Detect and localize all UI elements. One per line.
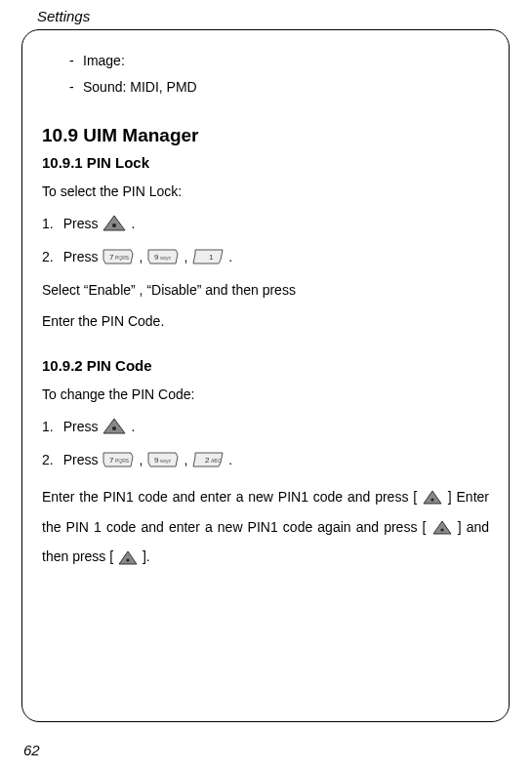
- svg-point-15: [126, 558, 129, 561]
- comma: ,: [139, 452, 143, 467]
- step-number: 1.: [42, 419, 54, 434]
- key-2-icon: 2 ABC: [191, 451, 225, 468]
- softkey-icon: [102, 416, 127, 437]
- para-text: ].: [143, 548, 150, 564]
- key-1-icon: 1: [191, 248, 225, 265]
- comma: ,: [184, 452, 187, 467]
- softkey-icon: [117, 549, 139, 567]
- step-1: 1. Press .: [42, 213, 489, 234]
- bullet-item: -Sound: MIDI, PMD: [69, 74, 489, 101]
- softkey-icon: [102, 213, 127, 234]
- step-number: 1.: [42, 216, 54, 231]
- section-heading: 10.9 UIM Manager: [42, 125, 489, 146]
- instruction-text: Select “Enable” , “Disable” and then pre…: [42, 279, 489, 301]
- svg-text:PQRS: PQRS: [115, 458, 130, 464]
- svg-text:ABC: ABC: [211, 458, 222, 464]
- content-frame: -Image: -Sound: MIDI, PMD 10.9 UIM Manag…: [21, 29, 510, 722]
- svg-text:2: 2: [205, 456, 210, 465]
- step-text: Press: [63, 452, 99, 467]
- svg-text:1: 1: [209, 253, 214, 262]
- page-header: Settings: [37, 8, 90, 24]
- key-7-icon: 7 PQRS: [102, 451, 135, 468]
- period: .: [228, 452, 232, 467]
- comma: ,: [139, 249, 143, 264]
- key-7-icon: 7 PQRS: [102, 248, 135, 265]
- bullet-list: -Image: -Sound: MIDI, PMD: [69, 48, 489, 100]
- svg-point-13: [430, 498, 433, 501]
- svg-text:wxyz: wxyz: [160, 458, 172, 464]
- step-text: Press: [63, 249, 99, 264]
- page-number: 62: [23, 742, 40, 758]
- svg-point-6: [112, 426, 116, 430]
- svg-text:7: 7: [109, 253, 114, 262]
- svg-text:9: 9: [154, 456, 159, 465]
- bullet-text: Sound: MIDI, PMD: [83, 79, 197, 95]
- step-number: 2.: [42, 452, 54, 467]
- para-text: Enter the PIN1 code and enter a new PIN1…: [42, 489, 417, 505]
- subsection-heading: 10.9.1 PIN Lock: [42, 154, 489, 171]
- step-number: 2.: [42, 249, 54, 264]
- step-2: 2. Press 7 PQRS , 9 wxyz , 2 ABC .: [42, 451, 489, 468]
- paragraph: Enter the PIN1 code and enter a new PIN1…: [42, 482, 489, 572]
- step-text: Press: [63, 216, 99, 231]
- step-1: 1. Press .: [42, 416, 489, 437]
- bullet-text: Image:: [83, 53, 125, 68]
- intro-text: To change the PIN Code:: [42, 384, 489, 405]
- instruction-text: Enter the PIN Code.: [42, 310, 489, 332]
- svg-text:9: 9: [154, 253, 159, 262]
- svg-text:PQRS: PQRS: [115, 255, 130, 261]
- bullet-item: -Image:: [69, 48, 489, 74]
- period: .: [228, 249, 232, 264]
- comma: ,: [184, 249, 187, 264]
- subsection-heading: 10.9.2 PIN Code: [42, 357, 489, 374]
- key-9-icon: 9 wxyz: [146, 451, 180, 468]
- period: .: [131, 216, 135, 231]
- svg-point-0: [112, 223, 116, 227]
- step-text: Press: [63, 419, 99, 434]
- svg-text:7: 7: [109, 456, 114, 465]
- softkey-icon: [431, 519, 453, 537]
- step-2: 2. Press 7 PQRS , 9 wxyz , 1 .: [42, 248, 489, 265]
- svg-point-14: [440, 528, 443, 531]
- intro-text: To select the PIN Lock:: [42, 181, 489, 202]
- key-9-icon: 9 wxyz: [146, 248, 180, 265]
- period: .: [131, 419, 135, 434]
- softkey-icon: [422, 489, 443, 507]
- svg-text:wxyz: wxyz: [160, 255, 172, 261]
